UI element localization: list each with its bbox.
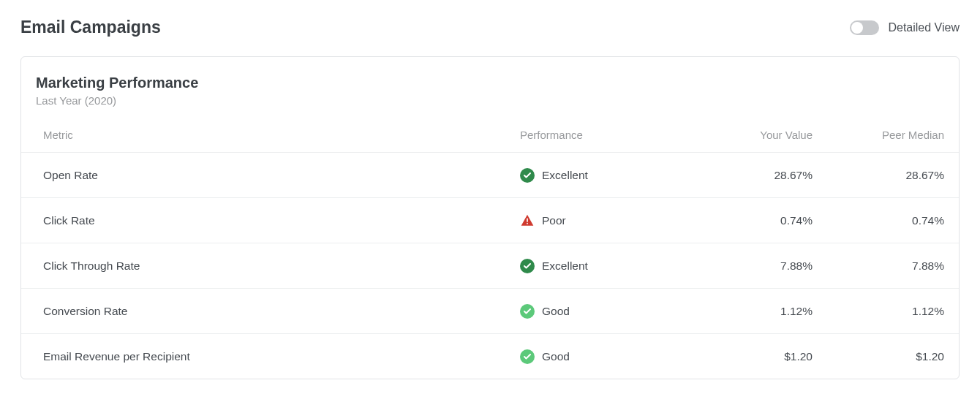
detailed-view-toggle-wrap: Detailed View bbox=[850, 20, 960, 35]
table-row: Open Rate Excellent 28.67% 28.67% bbox=[21, 152, 959, 197]
performance-label: Poor bbox=[542, 214, 566, 227]
performance-label: Good bbox=[542, 305, 570, 318]
metric-name: Open Rate bbox=[36, 169, 520, 182]
your-value: 7.88% bbox=[681, 259, 813, 273]
checkmark-circle-icon bbox=[520, 168, 535, 183]
peer-median: 0.74% bbox=[813, 214, 944, 227]
performance-label: Excellent bbox=[542, 169, 588, 182]
checkmark-circle-icon bbox=[520, 259, 535, 273]
svg-rect-0 bbox=[527, 218, 528, 221]
col-your-value-header: Your Value bbox=[681, 129, 813, 141]
performance-label: Excellent bbox=[542, 259, 588, 273]
peer-median: 1.12% bbox=[813, 305, 944, 318]
checkmark-circle-icon bbox=[520, 349, 535, 364]
card-title: Marketing Performance bbox=[36, 75, 944, 91]
performance-card: Marketing Performance Last Year (2020) M… bbox=[20, 56, 960, 379]
your-value: 1.12% bbox=[681, 305, 813, 318]
peer-median: 7.88% bbox=[813, 259, 944, 273]
metric-name: Click Rate bbox=[36, 214, 520, 227]
performance-cell: Good bbox=[520, 304, 681, 319]
performance-cell: Good bbox=[520, 349, 681, 364]
peer-median: $1.20 bbox=[813, 350, 944, 363]
metrics-table: Metric Performance Your Value Peer Media… bbox=[21, 117, 959, 379]
col-performance-header: Performance bbox=[520, 129, 681, 141]
col-metric-header: Metric bbox=[36, 129, 520, 141]
performance-cell: Excellent bbox=[520, 168, 681, 183]
your-value: 0.74% bbox=[681, 214, 813, 227]
metric-name: Click Through Rate bbox=[36, 259, 520, 273]
table-row: Email Revenue per Recipient Good $1.20 $… bbox=[21, 333, 959, 379]
warning-triangle-icon bbox=[520, 213, 535, 228]
performance-cell: Excellent bbox=[520, 259, 681, 273]
col-peer-median-header: Peer Median bbox=[813, 129, 944, 141]
detailed-view-toggle[interactable] bbox=[850, 20, 879, 35]
performance-cell: Poor bbox=[520, 213, 681, 228]
page-title: Email Campaigns bbox=[20, 18, 161, 37]
card-subtitle: Last Year (2020) bbox=[36, 94, 944, 107]
peer-median: 28.67% bbox=[813, 169, 944, 182]
svg-rect-1 bbox=[527, 222, 528, 224]
metric-name: Email Revenue per Recipient bbox=[36, 350, 520, 363]
table-header-row: Metric Performance Your Value Peer Media… bbox=[21, 117, 959, 152]
your-value: $1.20 bbox=[681, 350, 813, 363]
toggle-knob-icon bbox=[851, 22, 863, 34]
checkmark-circle-icon bbox=[520, 304, 535, 319]
metric-name: Conversion Rate bbox=[36, 305, 520, 318]
table-row: Click Rate Poor 0.74% 0.74% bbox=[21, 197, 959, 243]
detailed-view-label: Detailed View bbox=[888, 21, 960, 34]
performance-label: Good bbox=[542, 350, 570, 363]
your-value: 28.67% bbox=[681, 169, 813, 182]
table-row: Click Through Rate Excellent 7.88% 7.88% bbox=[21, 243, 959, 288]
table-row: Conversion Rate Good 1.12% 1.12% bbox=[21, 288, 959, 333]
